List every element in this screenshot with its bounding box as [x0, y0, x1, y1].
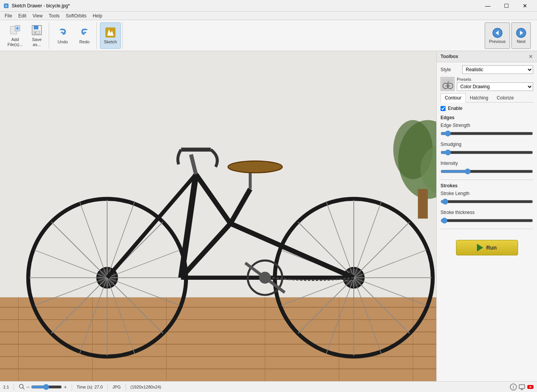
- redo-button[interactable]: Redo: [74, 22, 95, 49]
- svg-rect-32: [418, 189, 428, 218]
- title-bar-left: S Sketch Drawer - bicycle.jpg*: [3, 3, 70, 9]
- run-arrow-icon: [477, 244, 483, 252]
- undo-label: Undo: [58, 39, 68, 44]
- edge-strength-param: Edge Strength: [441, 123, 533, 138]
- strokes-section-label: Strokes: [441, 183, 533, 188]
- next-button[interactable]: Next: [511, 22, 531, 49]
- smudging-slider[interactable]: [441, 149, 533, 156]
- preset-select[interactable]: Color Drawing Pencil Sketch Hatching: [457, 82, 533, 91]
- main-content: Toolbox ✕ Style Realistic Pencil: [0, 51, 537, 381]
- toolbar-group-history: Undo Redo: [51, 22, 97, 49]
- undo-button[interactable]: Undo: [52, 22, 73, 49]
- svg-line-91: [23, 388, 24, 389]
- stroke-length-slider[interactable]: [441, 198, 533, 205]
- presets-row: Presets Color Drawing Pencil Sketch Hatc…: [441, 77, 533, 91]
- next-icon: [516, 27, 527, 38]
- toolbox-title: Toolbox: [441, 54, 458, 59]
- toolbox-close-button[interactable]: ✕: [528, 53, 533, 60]
- enable-label[interactable]: Enable: [448, 106, 462, 111]
- menu-tools[interactable]: Tools: [46, 12, 63, 19]
- toolbar: AddFile(s)... Saveas... Undo: [0, 20, 537, 51]
- nav-area: Previous Next: [485, 22, 534, 49]
- run-button[interactable]: Run: [456, 240, 518, 255]
- zoom-controls: − +: [19, 383, 67, 390]
- zoom-in-icon: [19, 383, 25, 390]
- toolbar-group-sketch: Sketch: [98, 22, 123, 49]
- stroke-thickness-slider[interactable]: [441, 217, 533, 224]
- sketch-button[interactable]: Sketch: [100, 22, 121, 49]
- sketch-icon: [104, 26, 117, 39]
- run-area: Run: [437, 235, 537, 260]
- close-button[interactable]: ✕: [516, 0, 534, 12]
- previous-button[interactable]: Previous: [485, 22, 510, 49]
- zoom-slider-input[interactable]: [31, 384, 62, 390]
- tab-colorize[interactable]: Colorize: [492, 93, 518, 102]
- toolbox-header: Toolbox ✕: [437, 51, 537, 62]
- stroke-thickness-label: Stroke thickness: [441, 210, 533, 215]
- stroke-length-slider-container: [441, 197, 533, 206]
- save-as-button[interactable]: Saveas...: [26, 22, 47, 49]
- add-files-button[interactable]: AddFile(s)...: [5, 22, 26, 49]
- svg-rect-10: [105, 27, 115, 38]
- svg-point-90: [19, 384, 23, 388]
- zoom-out-button[interactable]: −: [26, 384, 29, 390]
- svg-text:i: i: [513, 385, 514, 389]
- save-as-label: Saveas...: [32, 37, 41, 46]
- intensity-param: Intensity: [441, 161, 533, 176]
- menu-help[interactable]: Help: [90, 12, 105, 19]
- intensity-slider[interactable]: [441, 168, 533, 175]
- zoom-icon: [19, 383, 25, 390]
- maximize-button[interactable]: ☐: [497, 0, 515, 12]
- tabs: Contour Hatching Colorize: [441, 93, 533, 103]
- divider-2: [441, 229, 533, 229]
- edge-strength-label: Edge Strength: [441, 123, 533, 128]
- title-bar: S Sketch Drawer - bicycle.jpg* — ☐ ✕: [0, 0, 537, 12]
- style-label: Style: [441, 67, 460, 72]
- toolbox-panel: Toolbox ✕ Style Realistic Pencil: [436, 51, 537, 381]
- menu-bar: File Edit View Tools SoftOrbits Help: [0, 12, 537, 20]
- canvas-area: [0, 51, 436, 381]
- stroke-thickness-param: Stroke thickness: [441, 210, 533, 225]
- sketch-label: Sketch: [104, 39, 117, 44]
- smudging-param: Smudging: [441, 142, 533, 157]
- stroke-length-param: Stroke Length: [441, 191, 533, 206]
- toolbox-body: Style Realistic Pencil: [437, 62, 537, 235]
- svg-rect-7: [34, 26, 38, 29]
- enable-checkbox[interactable]: [441, 106, 446, 111]
- edges-section-label: Edges: [441, 115, 533, 120]
- tab-hatching[interactable]: Hatching: [466, 93, 492, 102]
- menu-softorbits[interactable]: SoftOrbits: [63, 12, 90, 19]
- svg-point-75: [228, 161, 282, 173]
- edge-strength-slider[interactable]: [441, 130, 533, 137]
- stroke-length-label: Stroke Length: [441, 191, 533, 196]
- info-icon: i: [510, 383, 517, 390]
- window-title: Sketch Drawer - bicycle.jpg*: [12, 3, 70, 9]
- run-label: Run: [486, 245, 497, 251]
- status-sep-1: [14, 383, 14, 390]
- undo-icon: [57, 26, 69, 39]
- format-status: JPG: [112, 385, 120, 389]
- style-select[interactable]: Realistic Pencil: [462, 65, 533, 74]
- edge-strength-slider-container: [441, 129, 533, 138]
- preset-dropdown-wrapper: Presets Color Drawing Pencil Sketch Hatc…: [457, 77, 533, 91]
- minimize-button[interactable]: —: [479, 0, 497, 12]
- next-label: Next: [517, 39, 526, 44]
- previous-icon: [492, 27, 503, 38]
- menu-view[interactable]: View: [29, 12, 46, 19]
- status-sep-3: [107, 383, 108, 390]
- preset-thumbnail: [441, 77, 454, 91]
- tab-contour[interactable]: Contour: [441, 93, 466, 103]
- redo-label: Redo: [79, 39, 90, 44]
- style-row: Style Realistic Pencil: [441, 65, 533, 74]
- zoom-in-button[interactable]: +: [64, 384, 67, 390]
- menu-file[interactable]: File: [2, 12, 15, 19]
- svg-rect-8: [34, 31, 40, 34]
- redo-icon: [78, 26, 91, 39]
- menu-edit[interactable]: Edit: [15, 12, 29, 19]
- presets-label: Presets: [457, 77, 533, 82]
- time-status: Time (s): 27.0: [77, 385, 103, 389]
- app-icon: S: [3, 3, 9, 9]
- window-controls: — ☐ ✕: [479, 0, 534, 12]
- save-icon: [31, 24, 43, 36]
- status-sep-4: [126, 383, 126, 390]
